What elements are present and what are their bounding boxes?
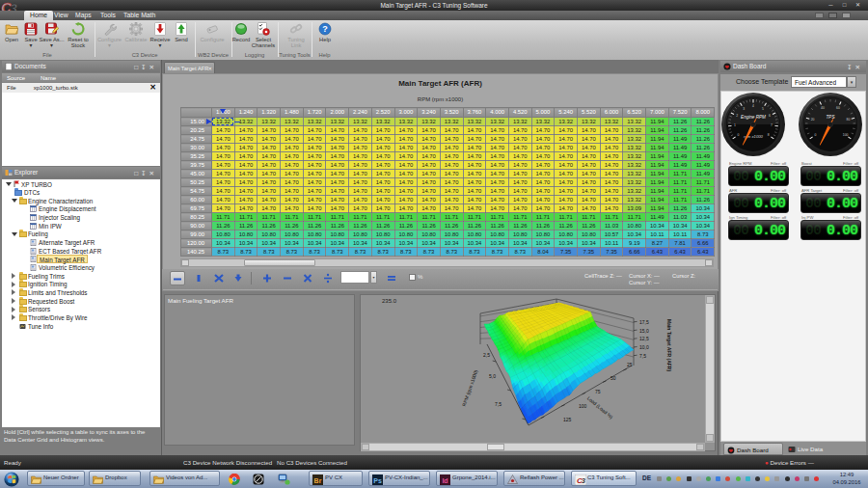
svg-text:60: 60 — [836, 106, 840, 110]
svg-text:1: 1 — [734, 123, 736, 127]
svg-text:5,0: 5,0 — [489, 373, 496, 379]
svg-text:2,5: 2,5 — [483, 352, 490, 358]
svg-text:15,0: 15,0 — [639, 328, 649, 334]
svg-text:Load (Load %): Load (Load %) — [586, 395, 614, 420]
svg-text:0: 0 — [814, 133, 816, 137]
svg-text:RPM (rpm x1000): RPM (rpm x1000) — [461, 368, 479, 407]
svg-text:Br: Br — [314, 476, 322, 483]
svg-text:7,5: 7,5 — [639, 353, 646, 359]
svg-text:2: 2 — [736, 114, 738, 118]
svg-text:80: 80 — [847, 118, 851, 122]
svg-text:TPS: TPS — [827, 115, 836, 120]
svg-text:50: 50 — [610, 375, 616, 381]
svg-text:40: 40 — [821, 106, 825, 110]
svg-text:10,0: 10,0 — [639, 344, 649, 350]
svg-text:4: 4 — [752, 104, 754, 108]
svg-text:7: 7 — [771, 123, 773, 127]
svg-text:100: 100 — [843, 133, 849, 137]
svg-text:6: 6 — [769, 114, 771, 118]
svg-text:Engine RPM: Engine RPM — [741, 115, 766, 120]
svg-text:Main Target AFR (AFR): Main Target AFR (AFR) — [666, 319, 672, 371]
svg-text:7,5: 7,5 — [495, 401, 502, 407]
svg-text:20: 20 — [811, 118, 815, 122]
svg-text:125: 125 — [563, 417, 572, 422]
svg-text:100: 100 — [579, 403, 587, 409]
svg-text:?: ? — [322, 24, 328, 34]
svg-text:17,5: 17,5 — [639, 319, 649, 325]
svg-text:75: 75 — [595, 389, 601, 394]
svg-text:0: 0 — [737, 133, 739, 137]
svg-text:3: 3 — [582, 476, 585, 483]
svg-text:8: 8 — [768, 133, 770, 137]
svg-text:5: 5 — [762, 107, 764, 111]
svg-text:Id: Id — [442, 476, 448, 483]
svg-text:25: 25 — [627, 362, 633, 367]
svg-text:12,5: 12,5 — [639, 336, 649, 341]
svg-text:Ps: Ps — [373, 476, 382, 483]
svg-text:3: 3 — [743, 107, 745, 111]
